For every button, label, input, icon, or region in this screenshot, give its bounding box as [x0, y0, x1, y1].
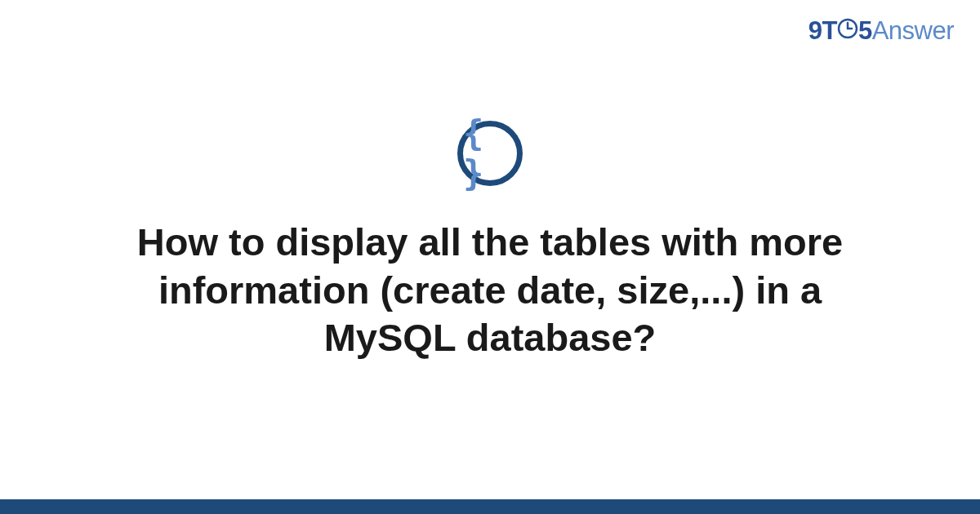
page-title: How to display all the tables with more … [98, 219, 882, 362]
footer-bar [0, 499, 980, 514]
category-icon-wrapper: { } [457, 121, 523, 186]
main-content: { } How to display all the tables with m… [0, 0, 980, 499]
icon-glyph: { } [463, 113, 517, 193]
code-braces-icon: { } [457, 121, 523, 186]
